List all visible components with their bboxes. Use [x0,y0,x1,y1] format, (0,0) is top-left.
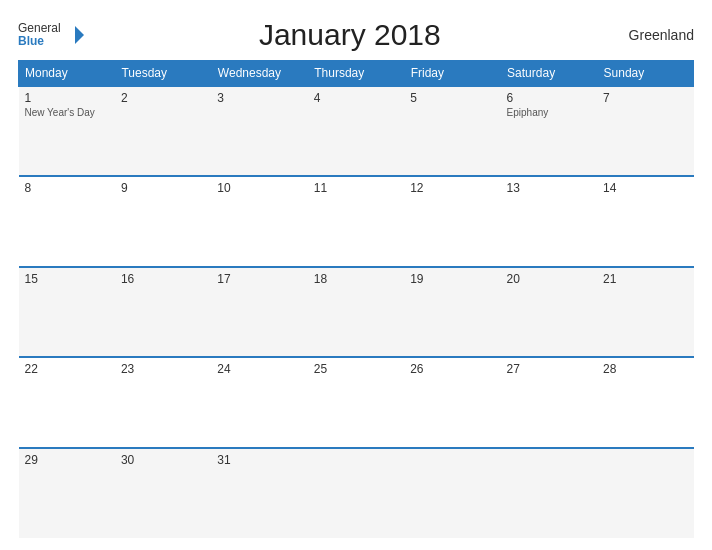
header-saturday: Saturday [501,61,597,87]
svg-marker-0 [75,26,84,35]
header: General Blue January 2018 Greenland [18,18,694,52]
day-number: 31 [217,453,301,467]
day-number: 8 [25,181,109,195]
calendar-cell: 4 [308,86,404,176]
calendar-cell: 5 [404,86,500,176]
calendar-cell: 10 [211,176,307,266]
calendar-cell: 17 [211,267,307,357]
calendar-cell: 26 [404,357,500,447]
logo: General Blue [18,22,86,48]
day-number: 21 [603,272,687,286]
day-number: 10 [217,181,301,195]
header-tuesday: Tuesday [115,61,211,87]
calendar-cell: 29 [19,448,115,538]
calendar-cell [308,448,404,538]
calendar-cell: 28 [597,357,693,447]
calendar-page: General Blue January 2018 Greenland Mond… [0,0,712,550]
header-sunday: Sunday [597,61,693,87]
calendar-cell: 20 [501,267,597,357]
day-number: 22 [25,362,109,376]
calendar-cell: 27 [501,357,597,447]
header-friday: Friday [404,61,500,87]
day-number: 11 [314,181,398,195]
calendar-cell: 24 [211,357,307,447]
day-number: 28 [603,362,687,376]
calendar-cell: 22 [19,357,115,447]
logo-blue-text: Blue [18,35,61,48]
header-thursday: Thursday [308,61,404,87]
day-number: 29 [25,453,109,467]
day-event: New Year's Day [25,107,109,118]
day-number: 25 [314,362,398,376]
calendar-cell: 12 [404,176,500,266]
day-number: 19 [410,272,494,286]
calendar-cell [501,448,597,538]
svg-marker-1 [75,35,84,44]
calendar-cell [404,448,500,538]
day-number: 9 [121,181,205,195]
calendar-week-row: 1New Year's Day23456Epiphany7 [19,86,694,176]
calendar-cell: 11 [308,176,404,266]
day-number: 16 [121,272,205,286]
calendar-cell: 2 [115,86,211,176]
calendar-cell [597,448,693,538]
calendar-cell: 8 [19,176,115,266]
day-number: 12 [410,181,494,195]
day-number: 13 [507,181,591,195]
day-number: 14 [603,181,687,195]
logo-flag-icon [64,24,86,46]
day-number: 26 [410,362,494,376]
day-number: 23 [121,362,205,376]
day-number: 4 [314,91,398,105]
day-number: 17 [217,272,301,286]
calendar-week-row: 891011121314 [19,176,694,266]
calendar-cell: 16 [115,267,211,357]
day-number: 30 [121,453,205,467]
calendar-grid: Monday Tuesday Wednesday Thursday Friday… [18,60,694,538]
day-number: 24 [217,362,301,376]
region-label: Greenland [614,27,694,43]
calendar-cell: 13 [501,176,597,266]
calendar-cell: 3 [211,86,307,176]
calendar-cell: 23 [115,357,211,447]
day-number: 3 [217,91,301,105]
day-number: 2 [121,91,205,105]
header-monday: Monday [19,61,115,87]
calendar-table: Monday Tuesday Wednesday Thursday Friday… [18,60,694,538]
calendar-cell: 1New Year's Day [19,86,115,176]
calendar-week-row: 15161718192021 [19,267,694,357]
day-number: 20 [507,272,591,286]
day-number: 27 [507,362,591,376]
calendar-cell: 31 [211,448,307,538]
day-number: 18 [314,272,398,286]
calendar-title: January 2018 [259,18,441,52]
day-number: 5 [410,91,494,105]
day-number: 1 [25,91,109,105]
calendar-week-row: 22232425262728 [19,357,694,447]
calendar-cell: 19 [404,267,500,357]
calendar-cell: 9 [115,176,211,266]
day-number: 6 [507,91,591,105]
calendar-cell: 25 [308,357,404,447]
calendar-cell: 21 [597,267,693,357]
calendar-cell: 6Epiphany [501,86,597,176]
calendar-cell: 7 [597,86,693,176]
day-number: 7 [603,91,687,105]
calendar-cell: 14 [597,176,693,266]
header-wednesday: Wednesday [211,61,307,87]
calendar-cell: 18 [308,267,404,357]
calendar-cell: 30 [115,448,211,538]
day-event: Epiphany [507,107,591,118]
calendar-week-row: 293031 [19,448,694,538]
weekday-header-row: Monday Tuesday Wednesday Thursday Friday… [19,61,694,87]
day-number: 15 [25,272,109,286]
calendar-cell: 15 [19,267,115,357]
